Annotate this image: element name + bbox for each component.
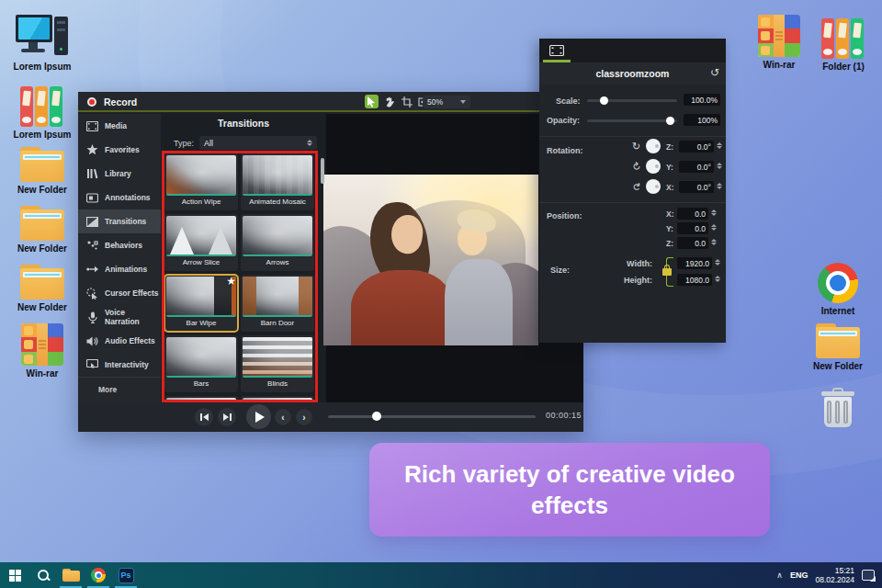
start-button[interactable]	[0, 562, 29, 588]
transition-item-bar-wipe-selected[interactable]: ★ Bar Wipe	[164, 275, 238, 332]
transition-item-partial[interactable]	[241, 396, 314, 400]
type-dropdown-value: All	[204, 139, 213, 148]
reset-icon[interactable]: ↺	[710, 66, 719, 79]
desktop-icon-winrar[interactable]: Win-rar	[746, 15, 812, 70]
tray-chevron-icon[interactable]: ∧	[776, 571, 783, 580]
transition-thumbnail	[166, 155, 236, 196]
desktop-icon-folder[interactable]: New Folder	[9, 265, 75, 312]
sidebar-item-more[interactable]: More	[78, 377, 161, 401]
zoom-level-dropdown[interactable]: 50%	[423, 96, 470, 108]
width-field[interactable]: 1920.0	[677, 257, 712, 269]
desktop-icon-internet[interactable]: Internet	[805, 263, 871, 316]
play-button[interactable]	[246, 404, 271, 429]
desktop-icon-computer[interactable]: Lorem Ipsum	[9, 15, 75, 72]
photoshop-icon: Ps	[119, 568, 134, 583]
taskbar-photoshop[interactable]: Ps	[112, 562, 140, 588]
type-dropdown[interactable]: All	[199, 136, 317, 150]
height-field[interactable]: 1080.0	[677, 274, 712, 286]
taskbar-clock[interactable]: 15:21 08.02.2024	[815, 566, 854, 584]
desktop-icon-folder[interactable]: New Folder	[9, 147, 75, 195]
transition-item-barn-door[interactable]: Barn Door	[241, 275, 314, 332]
aspect-lock[interactable]	[659, 257, 675, 287]
stepper-icon[interactable]	[717, 183, 722, 189]
stepper-icon[interactable]	[711, 224, 717, 231]
canvas-toolbar	[365, 95, 431, 108]
taskbar-file-explorer[interactable]	[57, 562, 85, 588]
position-x-field[interactable]: 0.0	[677, 208, 708, 220]
transition-item-blinds[interactable]: Blinds	[241, 335, 314, 392]
rotation-y-knob[interactable]	[646, 159, 661, 174]
crop-tool-button[interactable]	[400, 95, 413, 108]
seek-slider-thumb[interactable]	[372, 412, 381, 421]
media-properties-tab[interactable]	[545, 42, 569, 59]
position-y-field[interactable]: 0.0	[677, 222, 708, 234]
step-backward-button[interactable]	[195, 408, 213, 426]
playback-time: 00:00:15	[546, 411, 582, 420]
rotation-x-field[interactable]: 0.0°	[679, 181, 714, 193]
sidebar-item-favorites[interactable]: Favorites	[78, 138, 161, 162]
preview-media[interactable]	[323, 175, 538, 345]
step-forward-button[interactable]	[218, 408, 236, 426]
transition-item-arrows[interactable]: Arrows	[241, 214, 314, 271]
seek-slider[interactable]	[328, 415, 536, 418]
pointer-tool-button[interactable]	[365, 95, 379, 108]
stepper-icon[interactable]	[715, 276, 720, 282]
scale-value-field[interactable]: 100.0%	[684, 94, 720, 106]
opacity-slider[interactable]	[587, 119, 677, 122]
rotate-y-icon: ↻	[630, 160, 643, 173]
scale-slider-thumb[interactable]	[600, 96, 608, 105]
taskbar-chrome[interactable]	[85, 562, 112, 588]
next-button[interactable]: ›	[296, 409, 312, 425]
desktop-icon-binders[interactable]: Lorem Ipsum	[9, 86, 75, 140]
desktop-icon-folder[interactable]: New Folder	[9, 206, 75, 254]
sidebar-item-voice-narration[interactable]: Voice Narration	[78, 305, 161, 329]
rotation-y-axis: Y:	[666, 163, 673, 172]
sidebar-item-transitions[interactable]: Transitions	[78, 209, 161, 233]
position-z-field[interactable]: 0.0	[677, 237, 708, 249]
opacity-value-field[interactable]: 100%	[684, 114, 720, 126]
transition-item-action-wipe[interactable]: Action Wipe	[164, 153, 238, 210]
search-button[interactable]	[29, 562, 57, 588]
desktop-icon-folder1[interactable]: Folder (1)	[810, 18, 876, 72]
sidebar-item-media[interactable]: Media	[78, 114, 161, 138]
language-indicator[interactable]: ENG	[790, 571, 808, 580]
caption-banner: Rich variety of creative video effects	[369, 443, 770, 537]
sidebar-item-annotations[interactable]: Annotations	[78, 186, 161, 209]
transition-label: Arrow Slice	[166, 258, 236, 266]
transitions-scrollbar[interactable]	[321, 158, 324, 184]
transition-item-bars[interactable]: Bars	[164, 335, 238, 392]
opacity-slider-thumb[interactable]	[666, 117, 674, 125]
stepper-icon[interactable]	[717, 163, 722, 169]
desktop-icon-folder[interactable]: New Folder	[805, 323, 871, 371]
binders-icon	[20, 86, 64, 127]
sidebar-item-interactivity[interactable]: Interactivity	[78, 353, 161, 377]
stepper-icon[interactable]	[711, 239, 717, 245]
stepper-icon[interactable]	[717, 142, 722, 149]
transition-thumbnail	[166, 398, 236, 400]
sidebar-item-animations[interactable]: Animations	[78, 257, 161, 281]
desktop-icon-trash[interactable]	[805, 386, 871, 428]
rotation-x-knob[interactable]	[646, 179, 661, 194]
rotation-y-field[interactable]: 0.0°	[679, 161, 714, 173]
scale-slider[interactable]	[587, 99, 677, 102]
transition-item-animated-mosaic[interactable]: Animated Mosaic	[241, 153, 314, 210]
sidebar-item-library[interactable]: Library	[78, 162, 161, 186]
stepper-icon[interactable]	[711, 209, 717, 216]
sidebar-item-behaviors[interactable]: Behaviors	[78, 233, 161, 257]
sidebar-item-cursor-effects[interactable]: Cursor Effects	[78, 281, 161, 305]
rotation-z-knob[interactable]	[646, 139, 661, 153]
previous-button[interactable]: ‹	[275, 409, 291, 425]
action-center-icon[interactable]	[862, 570, 875, 581]
desktop-icon-winrar[interactable]: Win-rar	[9, 323, 75, 379]
stepper-icon[interactable]	[715, 259, 720, 266]
rotation-z-field[interactable]: 0.0°	[679, 141, 714, 153]
transition-item-arrow-slice[interactable]: Arrow Slice	[164, 214, 238, 271]
favorite-star-icon[interactable]: ★	[226, 275, 236, 288]
pan-tool-button[interactable]	[382, 95, 396, 108]
rotation-z-axis: Z:	[666, 142, 673, 152]
record-window-titlebar[interactable]: Record 50%	[78, 92, 583, 112]
sidebar-item-audio-effects[interactable]: Audio Effects	[78, 329, 161, 353]
computer-icon	[16, 15, 69, 59]
record-window-title: Record	[104, 96, 137, 107]
transition-item-partial[interactable]	[164, 396, 238, 400]
